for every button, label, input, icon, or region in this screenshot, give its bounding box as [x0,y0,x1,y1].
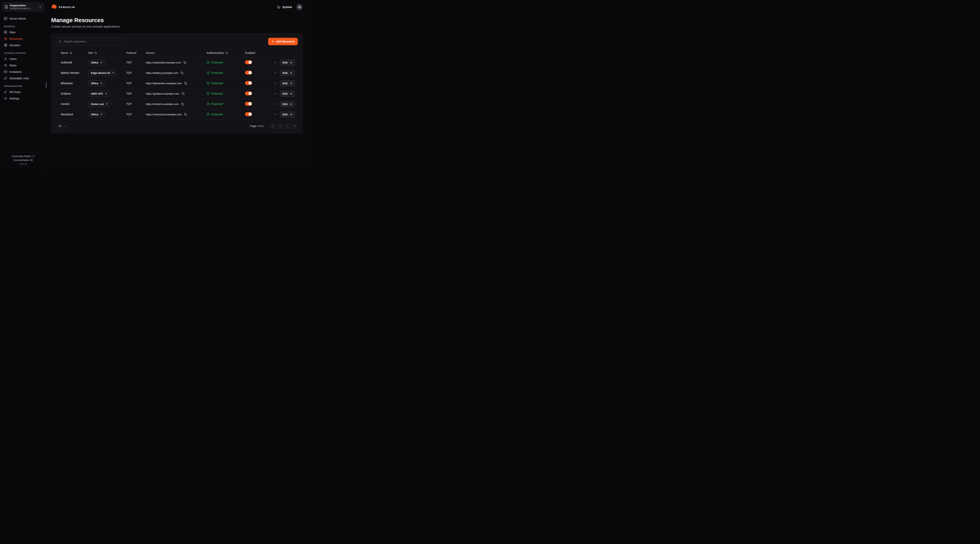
sidebar-resize-handle[interactable] [46,82,47,87]
site-link-button[interactable]: Edge Device 01 [88,70,117,76]
protocol-value: TCP [126,61,132,64]
edit-button[interactable]: Edit [280,90,295,97]
sidebar-item-sites[interactable]: Sites [2,29,45,35]
row-menu-button[interactable] [273,91,278,96]
edit-button[interactable]: Edit [280,101,295,107]
sort-by-name-button[interactable]: Name [61,51,72,54]
edit-button[interactable]: Edit [280,60,295,66]
column-header-enabled: Enabled [245,51,255,54]
theme-toggle[interactable]: System [277,5,292,9]
plus-icon [271,40,274,43]
copy-url-button[interactable] [184,81,188,85]
documentation-link[interactable]: Documentation [14,159,33,162]
sidebar-item-shareable-links[interactable]: Shareable Links [2,75,45,81]
sidebar-item-label: Domains [10,44,20,47]
resource-name: Grafana [61,92,71,95]
column-header-site: Site [88,51,93,54]
access-url: https://battery.example.com [146,71,178,75]
enabled-toggle[interactable] [245,60,252,64]
pangolin-logo-icon [51,4,57,10]
sidebar-item-api-keys[interactable]: API Keys [2,89,45,95]
row-menu-button[interactable] [273,60,278,65]
sort-by-authentication-button[interactable]: Authentication [207,51,228,54]
row-menu-button[interactable] [273,81,278,86]
site-name: Office [91,113,99,116]
row-menu-button[interactable] [273,102,278,106]
user-avatar[interactable]: M [296,4,302,10]
sidebar: Organization milo@fossorial.io's ... Ser… [0,0,46,168]
sidebar-item-invitations[interactable]: Invitations [2,68,45,75]
row-menu-button[interactable] [273,70,278,75]
sidebar-item-resources[interactable]: Resources [2,35,45,42]
site-link-button[interactable]: Home Lab [88,101,111,107]
shield-check-icon [207,92,210,95]
chevrons-left-icon [271,125,274,127]
first-page-button[interactable] [269,123,275,129]
sidebar-item-domains[interactable]: Domains [2,42,45,48]
edit-button[interactable]: Edit [280,111,295,117]
sort-icon [225,51,228,54]
page-header: Manage Resources Create secure proxies t… [46,14,307,29]
site-link-button[interactable]: AWS VPC [88,90,110,97]
topbar: PANGOLIN System M [46,0,307,14]
external-link-icon [32,155,35,157]
edit-label: Edit [283,61,288,64]
mail-icon [4,70,7,73]
last-page-button[interactable] [292,123,298,129]
edit-label: Edit [283,82,288,85]
resource-name: Immich [61,102,70,106]
enabled-toggle[interactable] [245,112,252,116]
site-link-button[interactable]: Office [88,111,105,117]
authentication-cell: Protected [207,82,245,85]
sidebar-item-users[interactable]: Users [2,56,45,62]
access-url: https://nextcloud.example.com [146,113,181,116]
building-icon [5,5,8,9]
community-edition-link[interactable]: Community Edition [11,155,35,158]
resource-row: Nextcloud Office TCP https://nextcloud.e… [56,109,298,120]
avatar-initial: M [298,6,301,9]
chevron-right-icon [286,125,289,127]
sidebar-item-server-admin[interactable]: Server Admin [2,15,45,22]
site-link-button[interactable]: Office [88,80,105,86]
add-resource-button[interactable]: Add Resource [268,38,298,45]
edit-button[interactable]: Edit [280,70,295,76]
enabled-toggle[interactable] [245,71,252,75]
page-size-select[interactable]: 20 [56,123,68,129]
sort-by-site-button[interactable]: Site [88,51,97,54]
enabled-toggle[interactable] [245,81,252,85]
arrow-up-right-icon [100,113,102,116]
copy-url-button[interactable] [181,92,185,95]
edit-label: Edit [283,71,288,75]
shield-check-icon [207,61,210,64]
sidebar-item-label: Invitations [10,70,22,73]
copy-url-button[interactable] [180,102,185,106]
resource-row: Bitwarden Office TCP https://bitwarden.e… [56,78,298,89]
table-body: Authentik Office TCP https://authentik.e… [56,57,298,120]
sidebar-item-roles[interactable]: Roles [2,62,45,68]
resources-card: Add Resource Name Site [51,33,302,133]
resource-name-cell: Authentik [59,61,88,64]
auth-status: Protected [211,61,223,64]
access-url: https://bitwarden.example.com [146,82,182,85]
auth-status: Protected [211,82,223,85]
arrow-right-icon [289,103,292,106]
enabled-toggle[interactable] [245,92,252,95]
row-menu-button[interactable] [273,112,278,117]
copy-url-button[interactable] [183,60,187,64]
previous-page-button[interactable] [277,123,283,129]
next-page-button[interactable] [285,123,290,129]
main-content: PANGOLIN System M Manage Resources Creat… [46,0,307,168]
column-header-name: Name [61,51,68,54]
site-link-button[interactable]: Office [88,60,105,66]
resource-row: Battery Monitor Edge Device 01 TCP https… [56,68,298,78]
sidebar-item-settings[interactable]: Settings [2,95,45,102]
arrow-right-icon [289,71,292,75]
copy-icon [184,113,187,116]
sidebar-item-label: Shareable Links [10,77,29,80]
search-input[interactable] [64,40,124,43]
edit-button[interactable]: Edit [280,80,295,86]
org-switcher[interactable]: Organization milo@fossorial.io's ... [2,2,44,11]
enabled-toggle[interactable] [245,102,252,106]
copy-url-button[interactable] [180,71,184,75]
copy-url-button[interactable] [183,113,188,116]
